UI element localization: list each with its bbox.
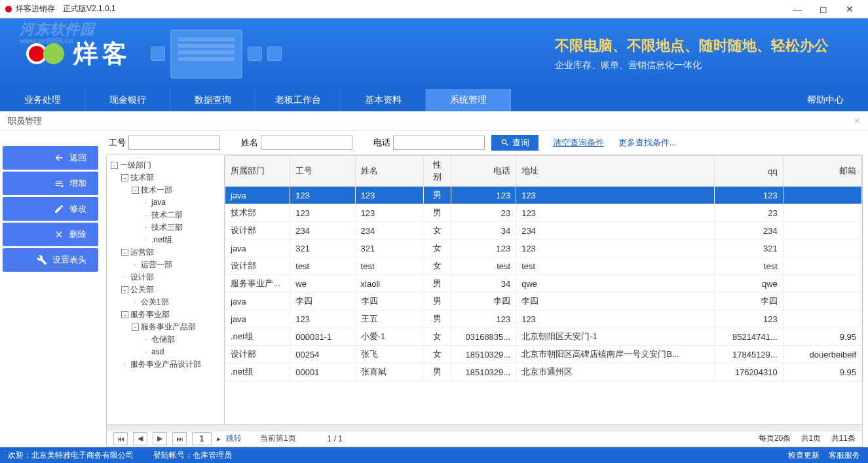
input-id[interactable] [128, 136, 220, 150]
table-cell: 00254 [290, 346, 355, 363]
table-header[interactable]: 所属部门 [225, 156, 290, 187]
table-cell: test [451, 257, 516, 275]
minimize-button[interactable]: — [784, 0, 810, 18]
table-row[interactable]: 设计部234234女34234234 [225, 222, 862, 240]
more-conditions-link[interactable]: 更多查找条件... [618, 137, 677, 149]
wrench-icon [37, 255, 47, 265]
table-row[interactable]: .net组00001张喜斌男18510329...北京市通州区176204310… [225, 363, 862, 381]
table-cell: 123 [290, 310, 355, 328]
add-button[interactable]: 增加 [3, 172, 98, 195]
table-cell: 00001 [290, 363, 355, 381]
table-header[interactable]: 工号 [290, 156, 355, 187]
table-cell: 123 [715, 310, 783, 328]
table-row[interactable]: .net组000031-1小爱-1女03168835...北京朝阳区天安门-18… [225, 328, 862, 346]
pager-prev[interactable]: ◀ [133, 432, 147, 445]
table-cell: 服务事业产... [225, 275, 290, 293]
table-cell: 技术部 [225, 204, 290, 222]
pager-page-input[interactable] [192, 432, 212, 445]
nav-help[interactable]: 帮助中心 [783, 89, 868, 111]
app-version: 正式版V2.1.0.1 [63, 3, 116, 14]
footer-check-update[interactable]: 检查更新 [788, 450, 820, 461]
table-row[interactable]: 设计部testtest女testtesttest [225, 257, 862, 275]
nav-basic[interactable]: 基本资料 [341, 89, 426, 111]
table-cell: 321 [715, 240, 783, 257]
tree-node[interactable]: 运营部 [130, 248, 154, 257]
tree-node[interactable]: java [151, 198, 166, 207]
close-button[interactable]: ✕ [837, 0, 863, 18]
tree-node[interactable]: 技术三部 [151, 223, 183, 232]
table-cell: 男 [424, 204, 451, 222]
table-header[interactable]: qq [715, 156, 783, 187]
table-cell: 17845129... [715, 346, 783, 363]
table-cell: 小爱-1 [355, 328, 424, 346]
tree-node[interactable]: .net组 [151, 235, 172, 244]
table-row[interactable]: java123123男123123123 [225, 187, 862, 204]
back-icon [54, 153, 64, 163]
table-row[interactable]: java李四李四男李四李四李四 [225, 293, 862, 310]
table-header[interactable]: 邮箱 [783, 156, 861, 187]
tree-node[interactable]: 运营一部 [141, 260, 172, 269]
tree-toggle[interactable]: - [132, 187, 139, 194]
pager-first[interactable]: ⏮ [113, 432, 128, 445]
pager-jump[interactable]: 跳转 [226, 433, 242, 444]
table-cell: 北京市朝阳区高碑店镇南岸一号义安门B... [516, 346, 715, 363]
tree-node[interactable]: 公关1部 [141, 297, 169, 306]
table-cell: 设计部 [225, 257, 290, 275]
tree-node[interactable]: 服务事业产品设计部 [130, 360, 201, 369]
table-header[interactable]: 地址 [516, 156, 715, 187]
tree-node[interactable]: 服务事业产品部 [141, 322, 196, 331]
nav-query[interactable]: 数据查询 [170, 89, 255, 111]
table-cell: 男 [424, 293, 451, 310]
table-cell: 85214741... [715, 328, 783, 346]
set-header-button[interactable]: 设置表头 [3, 248, 98, 272]
tree-toggle[interactable]: - [132, 324, 139, 331]
query-button[interactable]: 查询 [491, 135, 538, 151]
tree-node[interactable]: 技术一部 [141, 185, 172, 194]
table-header[interactable]: 电话 [451, 156, 516, 187]
tree-toggle[interactable]: - [121, 286, 128, 293]
tree-toggle[interactable]: - [111, 162, 118, 169]
input-name[interactable] [261, 136, 352, 150]
nav-boss[interactable]: 老板工作台 [255, 89, 341, 111]
tree-toggle[interactable]: - [121, 249, 128, 256]
tree-node[interactable]: 技术二部 [151, 210, 183, 219]
nav-business[interactable]: 业务处理 [0, 89, 85, 111]
table-row[interactable]: 设计部00254张飞女18510329...北京市朝阳区高碑店镇南岸一号义安门B… [225, 346, 862, 363]
edit-button[interactable]: 修改 [3, 197, 98, 221]
table-row[interactable]: 服务事业产...wexiaoli男34qweqwe [225, 275, 862, 293]
tree-node[interactable]: 仓储部 [151, 335, 175, 344]
edit-icon [54, 204, 64, 214]
table-row[interactable]: 技术部123123男2312323 [225, 204, 862, 222]
table-cell: .net组 [225, 363, 290, 381]
tree-node[interactable]: 设计部 [130, 272, 154, 282]
pager-next[interactable]: ▶ [153, 432, 167, 445]
table-row[interactable]: java321321女123123321 [225, 240, 862, 257]
back-button[interactable]: 返回 [3, 146, 98, 170]
tree-node[interactable]: 技术部 [130, 173, 154, 182]
close-tab-icon[interactable]: × [854, 115, 860, 127]
table-row[interactable]: java123王五男123123123 [225, 310, 862, 328]
tree-root-node[interactable]: 一级部门 [120, 160, 151, 170]
table-header[interactable]: 姓名 [355, 156, 424, 187]
maximize-button[interactable]: ◻ [810, 0, 837, 18]
clear-conditions-link[interactable]: 清空查询条件 [553, 137, 604, 149]
table-header[interactable]: 性别 [424, 156, 451, 187]
tree-node[interactable]: asd [151, 347, 164, 356]
pager-dropdown-icon[interactable]: ▸ [217, 434, 221, 443]
table-cell [783, 187, 861, 204]
department-tree[interactable]: -一级部门-技术部-技术一部·java·技术二部·技术三部·.net组-运营部·… [107, 155, 225, 424]
input-phone[interactable] [393, 136, 485, 150]
pager-last[interactable]: ⏭ [172, 432, 187, 445]
footer-service[interactable]: 客服服务 [829, 450, 860, 461]
tree-toggle[interactable]: - [121, 174, 128, 181]
tree-node[interactable]: 服务事业部 [130, 310, 170, 319]
add-icon [54, 178, 64, 189]
table-cell: 李四 [355, 293, 424, 310]
tree-toggle[interactable]: - [121, 311, 128, 318]
delete-button[interactable]: 删除 [3, 223, 98, 246]
nav-cashbank[interactable]: 现金银行 [85, 89, 170, 111]
tree-node[interactable]: 公关部 [130, 285, 154, 294]
page-title: 职员管理 [8, 115, 42, 127]
table-cell: 234 [516, 222, 715, 240]
nav-system[interactable]: 系统管理 [426, 89, 511, 111]
